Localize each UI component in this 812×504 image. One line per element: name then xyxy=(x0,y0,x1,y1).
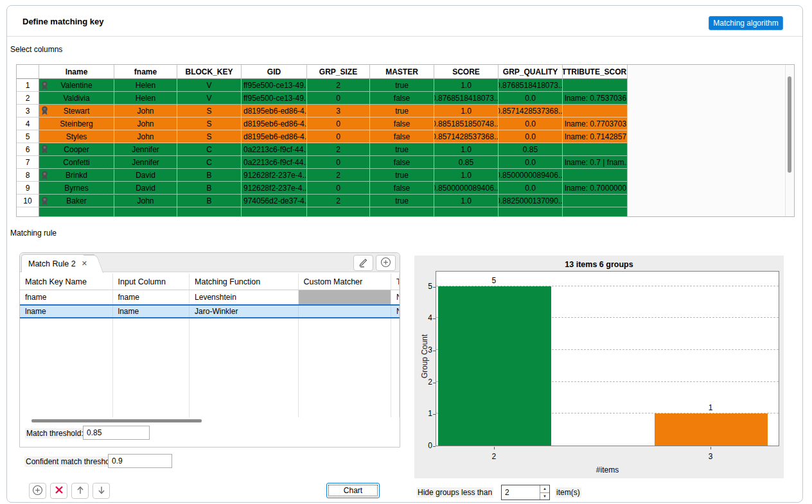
cell-grp_quality[interactable]: 0.8500000089406... xyxy=(499,169,563,182)
match-key-row[interactable]: fnamefnameLevenshteinN xyxy=(20,290,400,304)
cell-block_key[interactable]: B xyxy=(177,169,242,182)
empty-rule-row[interactable] xyxy=(20,361,400,375)
cell-score[interactable]: 1.0 xyxy=(434,79,499,92)
cell-grp_size[interactable]: 2 xyxy=(307,79,370,92)
cell-grp_quality[interactable]: 0.85 xyxy=(499,143,563,156)
column-header-BLOCK_KEY[interactable]: BLOCK_KEY xyxy=(177,65,242,79)
hide-groups-value[interactable]: 2 xyxy=(502,485,540,500)
empty-rule-row[interactable] xyxy=(20,333,400,347)
cell-lname[interactable]: Valdivia xyxy=(39,92,114,105)
column-header-lname[interactable]: lname xyxy=(39,65,114,79)
spinner-buttons[interactable]: ▲ ▼ xyxy=(540,485,549,500)
cell-block_key[interactable] xyxy=(177,207,242,217)
spinner-up-icon[interactable]: ▲ xyxy=(540,485,549,493)
cell-grp_quality[interactable]: 0.0 xyxy=(499,117,563,130)
rule-cell-matching_function[interactable]: Jaro-Winkler xyxy=(190,306,298,317)
add-match-key-button[interactable] xyxy=(29,483,46,499)
cell-lname[interactable] xyxy=(39,207,114,217)
rule-cell-input_column[interactable]: lname xyxy=(113,306,190,317)
cell-master[interactable]: false xyxy=(370,182,434,195)
match-key-row[interactable]: lnamelnameJaro-WinklerN xyxy=(20,304,400,318)
column-header-fname[interactable]: fname xyxy=(114,65,177,79)
column-header-GRP_SIZE[interactable]: GRP_SIZE xyxy=(307,65,370,79)
rule-cell-t[interactable]: N xyxy=(391,290,400,304)
match-key-table[interactable]: Match Key NameInput ColumnMatching Funct… xyxy=(20,274,400,417)
cell-attribute_score[interactable] xyxy=(563,105,628,117)
confident-match-threshold-input[interactable] xyxy=(108,454,172,468)
cell-grp_quality[interactable]: 0.8571428537368... xyxy=(499,105,563,117)
cell-gid[interactable]: 0a2213c6-f9cf-44... xyxy=(242,156,307,169)
cell-gid[interactable]: 974056d2-de37-4... xyxy=(242,195,307,207)
table-row[interactable]: 10BakerJohnB974056d2-de37-4...2true1.00.… xyxy=(17,195,794,207)
cell-grp_size[interactable]: 0 xyxy=(307,182,370,195)
cell-block_key[interactable]: B xyxy=(177,195,242,207)
empty-rule-row[interactable] xyxy=(20,375,400,389)
match-threshold-input[interactable] xyxy=(83,426,150,440)
rule-cell-input_column[interactable]: fname xyxy=(113,290,190,304)
cell-fname[interactable]: David xyxy=(114,182,177,195)
vertical-scrollbar-thumb[interactable] xyxy=(788,76,791,173)
rule-cell-t[interactable]: N xyxy=(391,306,400,317)
chart-button[interactable]: Chart xyxy=(326,483,380,498)
empty-rule-row[interactable] xyxy=(20,389,400,403)
column-header-GRP_QUALITY[interactable]: GRP_QUALITY xyxy=(499,65,563,79)
cell-master[interactable]: false xyxy=(370,156,434,169)
cell-lname[interactable]: Brinkd xyxy=(39,169,114,182)
cell-fname[interactable]: John xyxy=(114,105,177,117)
cell-block_key[interactable]: S xyxy=(177,105,242,117)
move-up-button[interactable] xyxy=(71,483,89,499)
column-header-ATTRIBUTE_SCOR...[interactable]: ATTRIBUTE_SCOR... xyxy=(563,65,628,79)
cell-attribute_score[interactable]: lname: 0.7537036... xyxy=(563,92,628,105)
cell-master[interactable]: true xyxy=(370,195,434,207)
columns-table-body[interactable]: 1ValentineHelenVff95e500-ce13-49...2true… xyxy=(17,79,794,217)
cell-lname[interactable]: Steinberg xyxy=(39,117,114,130)
cell-lname[interactable]: Baker xyxy=(39,195,114,207)
cell-block_key[interactable]: S xyxy=(177,117,242,130)
cell-master[interactable]: false xyxy=(370,92,434,105)
cell-fname[interactable]: David xyxy=(114,169,177,182)
cell-grp_quality[interactable]: 0.0 xyxy=(499,130,563,143)
table-row[interactable]: 5StylesJohnSd8195eb6-ed86-4...0false0.85… xyxy=(17,130,794,143)
cell-master[interactable]: true xyxy=(370,169,434,182)
add-rule-tab-button[interactable] xyxy=(376,255,396,271)
matching-algorithm-button[interactable]: Matching algorithm xyxy=(709,16,783,30)
cell-fname[interactable]: John xyxy=(114,130,177,143)
table-row[interactable]: 9ByrnesDavidB912628f2-237e-4...0false0.8… xyxy=(17,182,794,195)
cell-master[interactable]: false xyxy=(370,117,434,130)
rule-cell-matching_function[interactable]: Levenshtein xyxy=(190,290,298,304)
cell-gid[interactable]: ff95e500-ce13-49... xyxy=(242,92,307,105)
cell-attribute_score[interactable] xyxy=(563,169,628,182)
cell-grp_size[interactable]: 2 xyxy=(307,143,370,156)
cell-fname[interactable]: John xyxy=(114,117,177,130)
column-header-MASTER[interactable]: MASTER xyxy=(370,65,434,79)
cell-grp_size[interactable]: 0 xyxy=(307,117,370,130)
cell-master[interactable] xyxy=(370,207,434,217)
cell-lname[interactable]: Stewart xyxy=(39,105,114,117)
cell-grp_size[interactable]: 0 xyxy=(307,92,370,105)
cell-attribute_score[interactable]: lname: 0.7142857... xyxy=(563,130,628,143)
table-row[interactable]: 1ValentineHelenVff95e500-ce13-49...2true… xyxy=(17,79,794,92)
cell-block_key[interactable]: C xyxy=(177,143,242,156)
cell-score[interactable]: 0.8851851850748... xyxy=(434,117,499,130)
cell-master[interactable]: false xyxy=(370,130,434,143)
cell-fname[interactable]: Helen xyxy=(114,79,177,92)
cell-grp_size[interactable] xyxy=(307,207,370,217)
table-row[interactable]: 2ValdiviaHelenVff95e500-ce13-49...0false… xyxy=(17,92,794,105)
empty-rule-row[interactable] xyxy=(20,347,400,361)
close-tab-icon[interactable]: ✕ xyxy=(82,259,87,268)
columns-table[interactable]: lnamefnameBLOCK_KEYGIDGRP_SIZEMASTERSCOR… xyxy=(16,64,795,217)
cell-grp_size[interactable]: 0 xyxy=(307,130,370,143)
cell-grp_size[interactable]: 3 xyxy=(307,105,370,117)
cell-block_key[interactable]: C xyxy=(177,156,242,169)
cell-score[interactable]: 1.0 xyxy=(434,169,499,182)
cell-block_key[interactable]: B xyxy=(177,182,242,195)
cell-fname[interactable] xyxy=(114,207,177,217)
cell-score[interactable]: 0.85 xyxy=(434,156,499,169)
column-header-row-number[interactable] xyxy=(17,65,39,79)
cell-fname[interactable]: John xyxy=(114,195,177,207)
cell-attribute_score[interactable]: lname: 0.7703703... xyxy=(563,117,628,130)
empty-rule-row[interactable] xyxy=(20,318,400,333)
cell-block_key[interactable]: V xyxy=(177,92,242,105)
cell-block_key[interactable]: V xyxy=(177,79,242,92)
rule-cell-match_key_name[interactable]: lname xyxy=(20,306,113,317)
